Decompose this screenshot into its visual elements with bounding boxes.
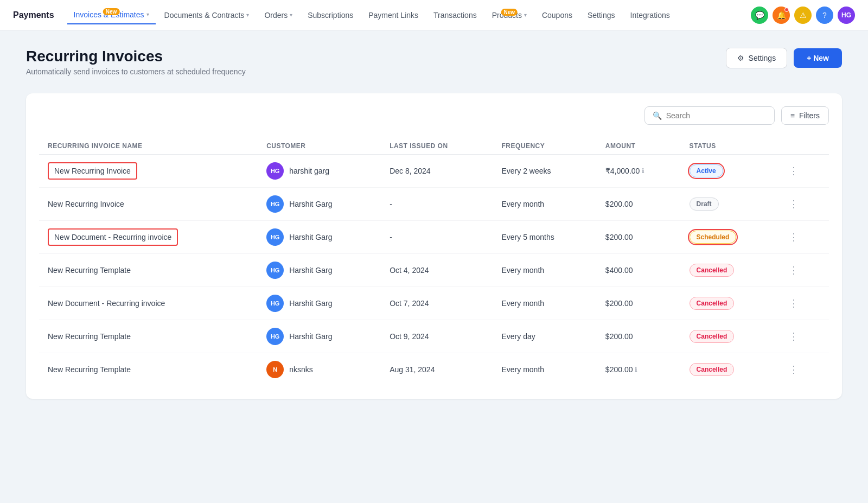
row-menu-button[interactable]: ⋮ bbox=[784, 263, 803, 278]
nav-right: 💬 🔔 ⚠ ? HG bbox=[751, 7, 855, 24]
status-cell: Cancelled bbox=[681, 320, 776, 353]
frequency-cell: Every month bbox=[493, 188, 597, 221]
nav-item-subscriptions[interactable]: Subscriptions bbox=[301, 7, 360, 24]
last-issued-cell: - bbox=[381, 221, 493, 254]
col-header-amount: Amount bbox=[597, 138, 681, 155]
col-header-frequency: Frequency bbox=[493, 138, 597, 155]
actions-cell: ⋮ bbox=[776, 287, 829, 320]
table-row: New Recurring Template N nksnks Aug 31, … bbox=[39, 353, 829, 386]
frequency-cell: Every 2 weeks bbox=[493, 155, 597, 188]
page-header-text: Recurring Invoices Automatically send in… bbox=[26, 48, 246, 76]
status-cell: Scheduled bbox=[681, 221, 776, 254]
status-badge: Cancelled bbox=[690, 297, 735, 310]
table-card: 🔍 ≡ Filters Recurring Invoice NameCustom… bbox=[26, 93, 842, 399]
alert-icon-btn[interactable]: ⚠ bbox=[794, 7, 812, 24]
invoice-name-cell: New Document - Recurring invoice bbox=[39, 287, 258, 320]
frequency-cell: Every month bbox=[493, 254, 597, 287]
row-menu-button[interactable]: ⋮ bbox=[784, 329, 803, 344]
filters-button[interactable]: ≡ Filters bbox=[781, 106, 829, 125]
nav-item-transactions[interactable]: Transactions bbox=[427, 7, 483, 24]
customer-cell: HG Harshit Garg bbox=[258, 254, 381, 287]
invoice-name: New Recurring Invoice bbox=[48, 200, 124, 208]
frequency-cell: Every month bbox=[493, 287, 597, 320]
page-title: Recurring Invoices bbox=[26, 48, 246, 65]
actions-cell: ⋮ bbox=[776, 155, 829, 188]
actions-cell: ⋮ bbox=[776, 353, 829, 386]
last-issued-cell: Aug 31, 2024 bbox=[381, 353, 493, 386]
info-icon[interactable]: ℹ bbox=[635, 366, 637, 373]
col-header-status: Status bbox=[681, 138, 776, 155]
nav-item-products[interactable]: NewProducts▾ bbox=[486, 7, 533, 24]
info-icon[interactable]: ℹ bbox=[642, 167, 644, 175]
notification-icon-btn[interactable]: 🔔 bbox=[773, 7, 790, 24]
status-badge: Cancelled bbox=[690, 264, 735, 277]
row-menu-button[interactable]: ⋮ bbox=[784, 296, 803, 311]
col-header-actions bbox=[776, 138, 829, 155]
nav-item-orders[interactable]: Orders▾ bbox=[258, 7, 299, 24]
top-nav: Payments NewInvoices & Estimates▾Documen… bbox=[0, 0, 868, 30]
amount-value: ₹4,000.00 bbox=[605, 167, 640, 175]
customer-cell: HG Harshit Garg bbox=[258, 320, 381, 353]
nav-item-documents---contracts[interactable]: Documents & Contracts▾ bbox=[158, 7, 256, 24]
table-row: New Recurring Template HG Harshit Garg O… bbox=[39, 320, 829, 353]
new-button[interactable]: + New bbox=[794, 48, 842, 68]
filter-icon: ≡ bbox=[790, 111, 795, 120]
customer-name: harshit garg bbox=[289, 167, 329, 175]
search-input[interactable] bbox=[666, 111, 767, 120]
row-menu-button[interactable]: ⋮ bbox=[784, 163, 803, 179]
settings-button[interactable]: ⚙ Settings bbox=[726, 48, 788, 68]
nav-item-label: Subscriptions bbox=[308, 11, 353, 20]
user-avatar[interactable]: HG bbox=[838, 7, 855, 24]
customer-cell: HG Harshit Garg bbox=[258, 287, 381, 320]
row-menu-button[interactable]: ⋮ bbox=[784, 362, 803, 377]
help-icon-btn[interactable]: ? bbox=[816, 7, 833, 24]
table-body: New Recurring Invoice HG harshit garg De… bbox=[39, 155, 829, 386]
nav-item-label: Settings bbox=[588, 11, 615, 20]
status-cell: Cancelled bbox=[681, 353, 776, 386]
last-issued-cell: Oct 4, 2024 bbox=[381, 254, 493, 287]
avatar: HG bbox=[266, 262, 284, 279]
table-row: New Recurring Template HG Harshit Garg O… bbox=[39, 254, 829, 287]
table-header: Recurring Invoice NameCustomerLast Issue… bbox=[39, 138, 829, 155]
col-header-customer: Customer bbox=[258, 138, 381, 155]
chevron-down-icon: ▾ bbox=[524, 12, 527, 18]
notification-dot bbox=[784, 8, 789, 12]
nav-item-label: Documents & Contracts bbox=[164, 11, 245, 20]
frequency-cell: Every month bbox=[493, 353, 597, 386]
frequency-cell: Every day bbox=[493, 320, 597, 353]
status-badge: Scheduled bbox=[690, 231, 737, 244]
table-toolbar: 🔍 ≡ Filters bbox=[39, 106, 829, 125]
row-menu-button[interactable]: ⋮ bbox=[784, 196, 803, 212]
search-input-wrap[interactable]: 🔍 bbox=[644, 106, 775, 125]
avatar: HG bbox=[266, 328, 284, 345]
amount-cell: $200.00 bbox=[597, 221, 681, 254]
status-cell: Cancelled bbox=[681, 287, 776, 320]
nav-item-label: Payment Links bbox=[368, 11, 418, 20]
status-cell: Active bbox=[681, 155, 776, 188]
nav-item-settings[interactable]: Settings bbox=[581, 7, 622, 24]
brand-logo: Payments bbox=[13, 10, 54, 20]
table-row: New Document - Recurring invoice HG Hars… bbox=[39, 221, 829, 254]
table-row: New Recurring Invoice HG Harshit Garg -E… bbox=[39, 188, 829, 221]
table-row: New Recurring Invoice HG harshit garg De… bbox=[39, 155, 829, 188]
amount-cell: ₹4,000.00 ℹ bbox=[597, 155, 681, 188]
nav-item-integrations[interactable]: Integrations bbox=[624, 7, 676, 24]
invoice-name: New Recurring Template bbox=[48, 266, 131, 275]
chat-icon-btn[interactable]: 💬 bbox=[751, 7, 768, 24]
actions-cell: ⋮ bbox=[776, 221, 829, 254]
chevron-down-icon: ▾ bbox=[246, 12, 249, 18]
amount-cell: $200.00 ℹ bbox=[597, 353, 681, 386]
table-row: New Document - Recurring invoice HG Hars… bbox=[39, 287, 829, 320]
nav-item-invoices---estimates[interactable]: NewInvoices & Estimates▾ bbox=[67, 6, 156, 24]
status-cell: Cancelled bbox=[681, 254, 776, 287]
row-menu-button[interactable]: ⋮ bbox=[784, 230, 803, 245]
customer-name: nksnks bbox=[289, 365, 313, 374]
invoice-name-cell: New Recurring Template bbox=[39, 353, 258, 386]
customer-name: Harshit Garg bbox=[289, 200, 332, 208]
actions-cell: ⋮ bbox=[776, 188, 829, 221]
nav-item-label: Integrations bbox=[630, 11, 670, 20]
nav-item-payment-links[interactable]: Payment Links bbox=[362, 7, 425, 24]
invoice-name: New Recurring Template bbox=[48, 332, 131, 341]
nav-item-coupons[interactable]: Coupons bbox=[535, 7, 579, 24]
status-badge: Cancelled bbox=[690, 363, 735, 376]
